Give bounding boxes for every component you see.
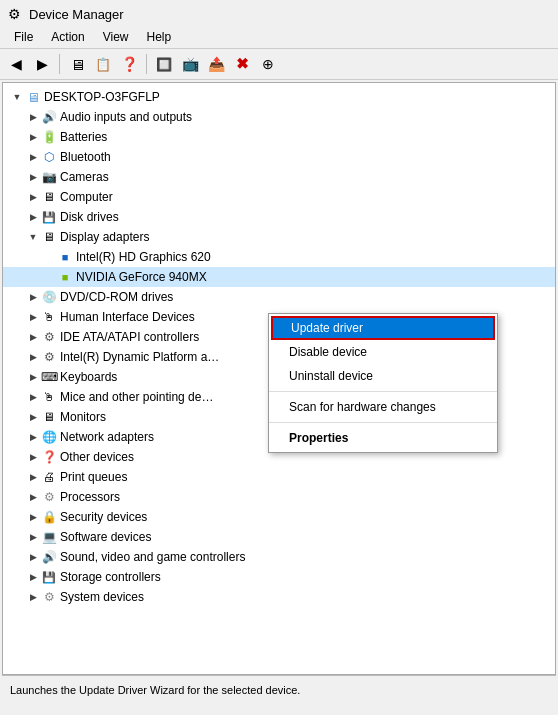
tree-item-nvidia-gpu[interactable]: ■ NVIDIA GeForce 940MX [3, 267, 555, 287]
storage-label: Storage controllers [60, 570, 161, 584]
hid-expander[interactable]: ▶ [25, 309, 41, 325]
other-icon: ❓ [41, 449, 57, 465]
display-button[interactable]: 📺 [178, 52, 202, 76]
monitors-label: Monitors [60, 410, 106, 424]
bluetooth-icon: ⬡ [41, 149, 57, 165]
tree-item-disk[interactable]: ▶ 💾 Disk drives [3, 207, 555, 227]
security-expander[interactable]: ▶ [25, 509, 41, 525]
tree-item-security[interactable]: ▶ 🔒 Security devices [3, 507, 555, 527]
dvd-expander[interactable]: ▶ [25, 289, 41, 305]
tree-item-print[interactable]: ▶ 🖨 Print queues [3, 467, 555, 487]
ctx-update-driver[interactable]: Update driver [271, 316, 495, 340]
nvidia-gpu-icon: ■ [57, 269, 73, 285]
menu-item-help[interactable]: Help [139, 28, 180, 46]
menu-bar: FileActionViewHelp [0, 26, 558, 49]
display-expander[interactable]: ▼ [25, 229, 41, 245]
ctx-properties[interactable]: Properties [269, 426, 497, 450]
intel-gpu-expander [41, 249, 57, 265]
add-device-button[interactable]: ⊕ [256, 52, 280, 76]
system-label: System devices [60, 590, 144, 604]
menu-item-action[interactable]: Action [43, 28, 92, 46]
tree-item-bluetooth[interactable]: ▶ ⬡ Bluetooth [3, 147, 555, 167]
print-expander[interactable]: ▶ [25, 469, 41, 485]
computer-icon: 🖥 [25, 89, 41, 105]
context-menu: Update driver Disable device Uninstall d… [268, 313, 498, 453]
root-expander[interactable]: ▼ [9, 89, 25, 105]
monitors-icon: 🖥 [41, 409, 57, 425]
status-bar: Launches the Update Driver Wizard for th… [2, 675, 556, 703]
tree-item-storage[interactable]: ▶ 💾 Storage controllers [3, 567, 555, 587]
ctx-disable-device[interactable]: Disable device [269, 340, 497, 364]
dvd-icon: 💿 [41, 289, 57, 305]
scan-button[interactable]: 📋 [91, 52, 115, 76]
dvd-label: DVD/CD-ROM drives [60, 290, 173, 304]
cameras-label: Cameras [60, 170, 109, 184]
proc-expander[interactable]: ▶ [25, 489, 41, 505]
cameras-expander[interactable]: ▶ [25, 169, 41, 185]
network-expander[interactable]: ▶ [25, 429, 41, 445]
monitors-expander[interactable]: ▶ [25, 409, 41, 425]
ide-label: IDE ATA/ATAPI controllers [60, 330, 199, 344]
menu-item-file[interactable]: File [6, 28, 41, 46]
app-title: Device Manager [29, 7, 124, 22]
tree-item-computer[interactable]: ▶ 🖥 Computer [3, 187, 555, 207]
toolbar-sep1 [59, 54, 60, 74]
uninstall-button[interactable]: 📤 [204, 52, 228, 76]
properties-button[interactable]: 🖥 [65, 52, 89, 76]
forward-button[interactable]: ▶ [30, 52, 54, 76]
tree-item-cameras[interactable]: ▶ 📷 Cameras [3, 167, 555, 187]
tree-item-batteries[interactable]: ▶ 🔋 Batteries [3, 127, 555, 147]
print-icon: 🖨 [41, 469, 57, 485]
tree-item-dvd[interactable]: ▶ 💿 DVD/CD-ROM drives [3, 287, 555, 307]
ide-expander[interactable]: ▶ [25, 329, 41, 345]
ide-icon: ⚙ [41, 329, 57, 345]
keyboards-expander[interactable]: ▶ [25, 369, 41, 385]
intel-plat-expander[interactable]: ▶ [25, 349, 41, 365]
disk-expander[interactable]: ▶ [25, 209, 41, 225]
ctx-scan-changes[interactable]: Scan for hardware changes [269, 395, 497, 419]
main-content: ▼ 🖥 DESKTOP-O3FGFLP ▶ 🔊 Audio inputs and… [2, 82, 556, 675]
audio-expander[interactable]: ▶ [25, 109, 41, 125]
batteries-expander[interactable]: ▶ [25, 129, 41, 145]
proc-label: Processors [60, 490, 120, 504]
ctx-uninstall-device[interactable]: Uninstall device [269, 364, 497, 388]
nvidia-gpu-expander [41, 269, 57, 285]
tree-item-software[interactable]: ▶ 💻 Software devices [3, 527, 555, 547]
mice-expander[interactable]: ▶ [25, 389, 41, 405]
tree-item-system[interactable]: ▶ ⚙ System devices [3, 587, 555, 607]
intel-gpu-label: Intel(R) HD Graphics 620 [76, 250, 211, 264]
disk-label: Disk drives [60, 210, 119, 224]
disable-button[interactable]: ✖ [230, 52, 254, 76]
keyboards-icon: ⌨ [41, 369, 57, 385]
bluetooth-expander[interactable]: ▶ [25, 149, 41, 165]
back-button[interactable]: ◀ [4, 52, 28, 76]
tree-root[interactable]: ▼ 🖥 DESKTOP-O3FGFLP [3, 87, 555, 107]
intel-gpu-icon: ■ [57, 249, 73, 265]
help-button[interactable]: ❓ [117, 52, 141, 76]
batteries-icon: 🔋 [41, 129, 57, 145]
toolbar: ◀ ▶ 🖥 📋 ❓ 🔲 📺 📤 ✖ ⊕ [0, 49, 558, 80]
intel-plat-icon: ⚙ [41, 349, 57, 365]
storage-expander[interactable]: ▶ [25, 569, 41, 585]
computer-expander[interactable]: ▶ [25, 189, 41, 205]
software-expander[interactable]: ▶ [25, 529, 41, 545]
tree-item-sound[interactable]: ▶ 🔊 Sound, video and game controllers [3, 547, 555, 567]
intel-plat-label: Intel(R) Dynamic Platform a… [60, 350, 219, 364]
computer-label: Computer [60, 190, 113, 204]
mice-icon: 🖱 [41, 389, 57, 405]
tree-item-audio[interactable]: ▶ 🔊 Audio inputs and outputs [3, 107, 555, 127]
system-expander[interactable]: ▶ [25, 589, 41, 605]
print-label: Print queues [60, 470, 127, 484]
tree-item-intel-gpu[interactable]: ■ Intel(R) HD Graphics 620 [3, 247, 555, 267]
status-text: Launches the Update Driver Wizard for th… [10, 684, 300, 696]
security-label: Security devices [60, 510, 147, 524]
system-icon: ⚙ [41, 589, 57, 605]
update-driver-toolbar-button[interactable]: 🔲 [152, 52, 176, 76]
proc-icon: ⚙ [41, 489, 57, 505]
cameras-icon: 📷 [41, 169, 57, 185]
sound-expander[interactable]: ▶ [25, 549, 41, 565]
menu-item-view[interactable]: View [95, 28, 137, 46]
tree-item-display[interactable]: ▼ 🖥 Display adapters [3, 227, 555, 247]
other-expander[interactable]: ▶ [25, 449, 41, 465]
tree-item-proc[interactable]: ▶ ⚙ Processors [3, 487, 555, 507]
